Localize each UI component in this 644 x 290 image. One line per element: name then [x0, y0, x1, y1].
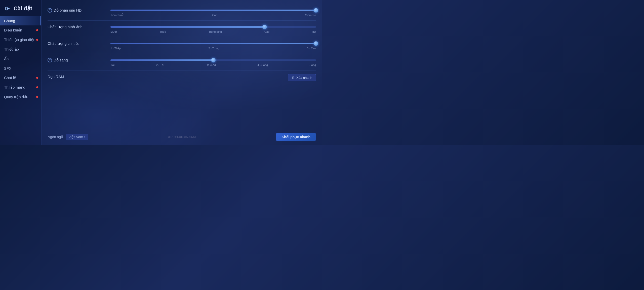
slider-label-text: 1 - Thấp: [110, 47, 121, 50]
notification-dot: [36, 39, 38, 41]
setting-label: Chất lượng chi tiết: [48, 41, 108, 46]
setting-label: Dọn RAM: [48, 74, 108, 79]
slider-label-text: Cao: [212, 14, 217, 17]
sidebar-item-dieu-khien[interactable]: Điều khiển: [0, 25, 41, 35]
slider-label-text: Mượt: [110, 30, 117, 33]
slider-label-text: Siêu cao: [305, 14, 316, 17]
slider-fill: [110, 59, 213, 61]
setting-label: Chất lượng hình ảnh: [48, 24, 108, 29]
notification-dot: [36, 86, 38, 88]
setting-label-text: Độ phân giải HD: [54, 8, 82, 13]
question-icon[interactable]: ?: [48, 58, 52, 62]
sidebar-item-thiet-lap-giao-dien[interactable]: Thiết lập giao diện: [0, 35, 41, 45]
slider-track[interactable]: [110, 10, 316, 11]
setting-label-text: Dọn RAM: [48, 75, 64, 79]
ram-control: 🗑Xóa nhanh: [110, 74, 316, 81]
slider-label-text: 2 - Tối: [156, 63, 164, 67]
sidebar-item-label: Thiết lập: [4, 47, 19, 52]
sidebar-item-label: Thiết lập giao diện: [4, 38, 35, 42]
slider-fill: [110, 43, 316, 44]
slider-control: MượtThấpTrung bìnhCaoHD: [110, 24, 316, 33]
slider-fill: [110, 10, 316, 11]
slider-label-text: Tiêu chuẩn: [110, 14, 124, 17]
language-selector[interactable]: Việt Nam ›: [66, 134, 88, 140]
setting-row-don-ram: Dọn RAM🗑Xóa nhanh: [48, 70, 316, 85]
setting-label: ?Độ sáng: [48, 57, 108, 62]
slider-label-text: Sáng: [309, 63, 316, 67]
trash-icon: 🗑: [292, 76, 295, 80]
slider-track[interactable]: [110, 43, 316, 44]
slider-track[interactable]: [110, 59, 316, 61]
slider-label-text: 2 - Trung: [208, 47, 219, 50]
setting-label-text: Độ sáng: [54, 58, 68, 62]
setting-label-text: Chất lượng hình ảnh: [48, 25, 83, 29]
logo-icon: [4, 5, 11, 12]
sidebar-item-label: Quay trận đấu: [4, 95, 28, 99]
sidebar-item-label: Th.lập mạng: [4, 85, 25, 90]
sidebar-item-chat-le[interactable]: Chat lệ: [0, 73, 41, 83]
slider-label-text: Đề cứ 3: [206, 63, 216, 67]
language-row: Ngôn ngữ Việt Nam ›: [48, 134, 88, 140]
setting-label: ?Độ phân giải HD: [48, 8, 108, 13]
slider-fill: [110, 26, 265, 28]
setting-row-chat-luong-chi-tiet: Chất lượng chi tiết1 - Thấp2 - Trung3 - …: [48, 37, 316, 54]
sidebar-item-sfx[interactable]: SFX: [0, 64, 41, 73]
slider-thumb[interactable]: [314, 41, 318, 46]
sidebar-item-label: Điều khiển: [4, 28, 22, 32]
slider-labels: Tiêu chuẩnCaoSiêu cao: [110, 14, 316, 17]
setting-row-chat-luong-hinh-anh: Chất lượng hình ảnhMượtThấpTrung bìnhCao…: [48, 21, 316, 37]
main-content: ?Độ phân giải HDTiêu chuẩnCaoSiêu caoChấ…: [42, 0, 322, 145]
slider-label-text: Thấp: [159, 30, 166, 33]
slider-labels: Tối2 - TốiĐề cứ 34 - SángSáng: [110, 63, 316, 67]
sidebar-item-an[interactable]: Ẩn: [0, 54, 41, 64]
setting-row-do-sang: ?Độ sángTối2 - TốiĐề cứ 34 - SángSáng: [48, 54, 316, 70]
question-icon[interactable]: ?: [48, 8, 52, 13]
notification-dot: [36, 96, 38, 98]
slider-control: Tối2 - TốiĐề cứ 34 - SángSáng: [110, 57, 316, 67]
app-container: Cài đặt ChungĐiều khiểnThiết lập giao di…: [0, 0, 322, 145]
slider-thumb[interactable]: [314, 8, 318, 13]
slider-thumb[interactable]: [262, 25, 267, 29]
footer: Ngôn ngữ Việt Nam › UID: 294281401525976…: [48, 130, 316, 141]
sidebar-item-quay-tran-dau[interactable]: Quay trận đấu: [0, 92, 41, 102]
sidebar-item-label: Ẩn: [4, 57, 9, 61]
sidebar: Cài đặt ChungĐiều khiểnThiết lập giao di…: [0, 0, 42, 145]
slider-label-text: 4 - Sáng: [257, 63, 268, 67]
sidebar-item-chung[interactable]: Chung: [0, 16, 41, 25]
restore-button[interactable]: Khôi phục nhanh: [276, 133, 316, 141]
language-label: Ngôn ngữ: [48, 135, 63, 139]
slider-labels: 1 - Thấp2 - Trung3 - Cao: [110, 47, 316, 50]
slider-label-text: 3 - Cao: [307, 47, 316, 50]
sidebar-item-label: Chung: [4, 19, 15, 23]
setting-row-do-phan-giai-hd: ?Độ phân giải HDTiêu chuẩnCaoSiêu cao: [48, 4, 316, 21]
language-value: Việt Nam: [68, 135, 83, 139]
slider-control: Tiêu chuẩnCaoSiêu cao: [110, 8, 316, 17]
notification-dot: [36, 29, 38, 31]
slider-thumb[interactable]: [211, 58, 216, 62]
slider-label-text: Cao: [264, 30, 269, 33]
slider-label-text: HD: [312, 30, 316, 33]
xoa-nhanh-button[interactable]: 🗑Xóa nhanh: [288, 74, 316, 81]
setting-label-text: Chất lượng chi tiết: [48, 41, 79, 46]
settings-list: ?Độ phân giải HDTiêu chuẩnCaoSiêu caoChấ…: [48, 4, 316, 130]
sidebar-item-th-lap-mang[interactable]: Th.lập mạng: [0, 83, 41, 92]
xoa-nhanh-label: Xóa nhanh: [296, 76, 312, 80]
sidebar-nav: ChungĐiều khiểnThiết lập giao diệnThiết …: [0, 16, 41, 102]
slider-track[interactable]: [110, 26, 316, 28]
uid-text: UID: 2942814015259761: [88, 136, 276, 138]
slider-label-text: Tối: [110, 63, 114, 67]
slider-labels: MượtThấpTrung bìnhCaoHD: [110, 30, 316, 33]
sidebar-title: Cài đặt: [14, 5, 32, 12]
slider-label-text: Trung bình: [209, 30, 222, 33]
sidebar-item-label: SFX: [4, 66, 11, 70]
sidebar-item-label: Chat lệ: [4, 76, 16, 80]
sidebar-header: Cài đặt: [0, 3, 41, 16]
language-arrow: ›: [84, 135, 85, 139]
notification-dot: [36, 77, 38, 79]
slider-control: 1 - Thấp2 - Trung3 - Cao: [110, 41, 316, 50]
sidebar-item-thiet-lap[interactable]: Thiết lập: [0, 45, 41, 54]
